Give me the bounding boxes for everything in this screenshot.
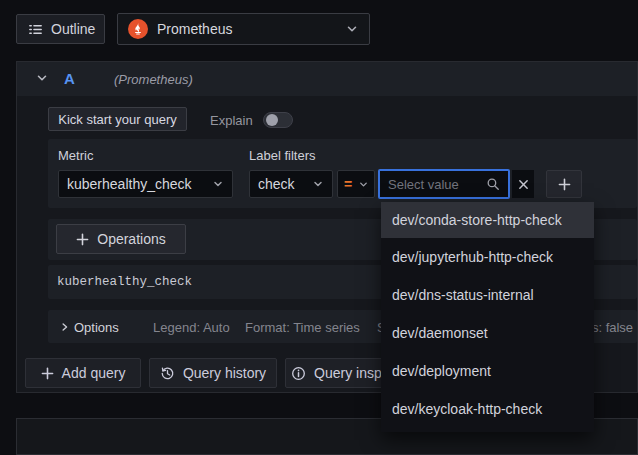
outline-button[interactable]: Outline (16, 14, 105, 44)
query-history-button[interactable]: Query history (149, 358, 277, 388)
filter-name-value: check (258, 176, 295, 192)
explain-toggle[interactable] (263, 112, 293, 128)
dropdown-option[interactable]: dev/conda-store-http-check (381, 202, 594, 238)
raw-query-text: kuberhealthy_check (57, 275, 192, 289)
metric-filters-section: Metric kuberhealthy_check Label filters … (48, 139, 637, 208)
operator-value: = (344, 176, 352, 192)
operations-label: Operations (97, 231, 165, 247)
chevron-down-icon (358, 179, 369, 190)
metric-label: Metric (58, 148, 93, 163)
filter-name-select[interactable]: check (249, 170, 333, 198)
history-icon (160, 366, 175, 381)
filter-operator-select[interactable]: = (337, 170, 375, 198)
close-icon (518, 179, 529, 190)
add-filter-button[interactable] (546, 170, 582, 198)
toggle-knob (266, 114, 278, 126)
dropdown-option[interactable]: dev/deployment (381, 352, 594, 390)
kick-start-query-button[interactable]: Kick start your query (48, 107, 187, 131)
dropdown-option[interactable]: dev/jupyterhub-http-check (381, 238, 594, 276)
prometheus-icon (128, 19, 148, 39)
datasource-picker[interactable]: Prometheus (117, 13, 370, 45)
chevron-down-icon (212, 178, 224, 190)
info-icon (291, 366, 306, 381)
query-history-label: Query history (183, 365, 266, 381)
query-datasource-hint: (Prometheus) (114, 72, 193, 87)
filter-value-placeholder: Select value (388, 177, 459, 192)
metric-select[interactable]: kuberhealthy_check (58, 170, 233, 198)
chevron-down-icon (312, 178, 324, 190)
query-ref-id: A (64, 70, 75, 87)
options-legend: Legend: Auto (153, 319, 230, 334)
query-row-header[interactable]: A (Prometheus) (17, 62, 637, 96)
plus-icon (41, 367, 54, 380)
options-label: Options (74, 319, 119, 334)
dropdown-option[interactable]: dev/dns-status-internal (381, 276, 594, 314)
collapse-chevron-icon[interactable] (35, 71, 49, 85)
outline-label: Outline (51, 21, 95, 37)
datasource-name: Prometheus (157, 21, 232, 37)
filter-value-dropdown: dev/conda-store-http-check dev/jupyterhu… (381, 202, 594, 432)
dropdown-option[interactable]: dev/daemonset (381, 314, 594, 352)
label-filters-label: Label filters (249, 148, 315, 163)
chevron-right-icon[interactable] (59, 321, 70, 332)
outline-icon (28, 22, 43, 37)
metric-value: kuberhealthy_check (67, 176, 192, 192)
operations-button[interactable]: Operations (56, 224, 186, 254)
chevron-down-icon (345, 22, 359, 36)
search-icon (486, 177, 500, 191)
plus-icon (558, 178, 571, 191)
add-query-label: Add query (62, 365, 126, 381)
explain-label: Explain (210, 113, 253, 128)
options-format: Format: Time series (245, 319, 360, 334)
add-query-button[interactable]: Add query (25, 358, 141, 388)
filter-value-combobox[interactable]: Select value (378, 169, 510, 199)
dropdown-option[interactable]: dev/keycloak-http-check (381, 390, 594, 428)
remove-filter-button[interactable] (512, 170, 534, 198)
plus-icon (76, 233, 89, 246)
